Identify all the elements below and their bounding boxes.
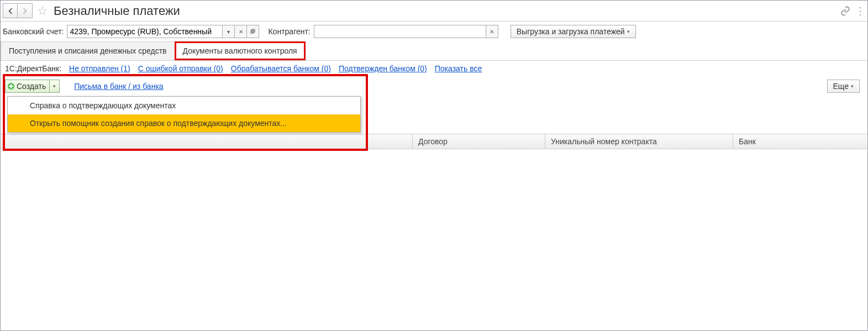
toolbar: Создать ▾ Письма в банк / из банка Еще ▾ (1, 76, 867, 96)
table-header-unique[interactable]: Уникальный номер контракта (545, 134, 733, 149)
directbank-label: 1С:ДиректБанк: (5, 64, 61, 73)
status-confirmed-link[interactable]: Подтвержден банком (0) (339, 64, 427, 73)
nav-back-button[interactable] (3, 3, 18, 18)
header: ☆ Безналичные платежи ⋮ (1, 1, 867, 22)
table-header-contract[interactable]: Договор (413, 134, 545, 149)
chevron-down-icon: ▾ (49, 80, 59, 92)
status-send-error-link[interactable]: С ошибкой отправки (0) (138, 64, 223, 73)
directbank-status-row: 1С:ДиректБанк: Не отправлен (1) С ошибко… (1, 61, 867, 76)
table-header-row: Договор Уникальный номер контракта Банк (1, 134, 867, 149)
chevron-down-icon: ▾ (627, 29, 630, 34)
bank-account-clear-button[interactable]: ✕ (234, 25, 246, 38)
more-button-label: Еще (833, 82, 849, 91)
counterparty-input[interactable] (314, 25, 486, 38)
bank-account-open-button[interactable] (246, 25, 259, 38)
kebab-menu-icon[interactable]: ⋮ (855, 5, 865, 17)
link-icon[interactable] (839, 4, 852, 18)
bank-account-combo: ▾ ✕ (67, 25, 259, 38)
bank-account-dropdown-button[interactable]: ▾ (222, 25, 234, 38)
status-show-all-link[interactable]: Показать все (435, 64, 482, 73)
status-processing-link[interactable]: Обрабатывается банком (0) (231, 64, 331, 73)
menu-item-certificate[interactable]: Справка о подтверждающих документах (8, 97, 360, 114)
counterparty-combo: ✕ (314, 25, 498, 38)
letters-link[interactable]: Письма в банк / из банка (74, 82, 163, 91)
menu-item-open-wizard[interactable]: Открыть помощник создания справок о подт… (8, 114, 360, 132)
more-button[interactable]: Еще ▾ (827, 80, 860, 93)
table-header-bank[interactable]: Банк (733, 134, 867, 149)
table-header-spacer (1, 134, 365, 149)
table-header-blank[interactable] (365, 134, 413, 149)
favorite-star-icon[interactable]: ☆ (37, 4, 48, 18)
page-title: Безналичные платежи (54, 4, 839, 18)
chevron-down-icon: ▾ (851, 83, 854, 89)
tab-currency-control[interactable]: Документы валютного контроля (175, 41, 306, 60)
create-button[interactable]: Создать ▾ (5, 80, 60, 93)
plus-icon (6, 82, 17, 90)
toolbar-zone: Создать ▾ Письма в банк / из банка Еще ▾… (1, 76, 867, 96)
counterparty-clear-button[interactable]: ✕ (486, 25, 498, 38)
upload-download-button[interactable]: Выгрузка и загрузка платежей ▾ (511, 25, 636, 38)
create-dropdown-menu: Справка о подтверждающих документах Откр… (7, 96, 361, 133)
upload-download-label: Выгрузка и загрузка платежей (517, 27, 625, 36)
counterparty-label: Контрагент: (268, 27, 310, 36)
create-button-label: Создать (17, 82, 49, 91)
status-not-sent-link[interactable]: Не отправлен (1) (69, 64, 130, 73)
tab-cash-flow[interactable]: Поступления и списания денежных средств (1, 41, 175, 60)
table-container: Договор Уникальный номер контракта Банк (1, 134, 867, 330)
tabs: Поступления и списания денежных средств … (1, 41, 867, 61)
bank-account-label: Банковский счет: (3, 27, 64, 36)
bank-account-input[interactable] (67, 25, 222, 38)
main-window: ☆ Безналичные платежи ⋮ Банковский счет:… (0, 0, 868, 331)
filter-bar: Банковский счет: ▾ ✕ Контрагент: ✕ Выгру… (1, 22, 867, 41)
nav-forward-button[interactable] (18, 3, 33, 18)
